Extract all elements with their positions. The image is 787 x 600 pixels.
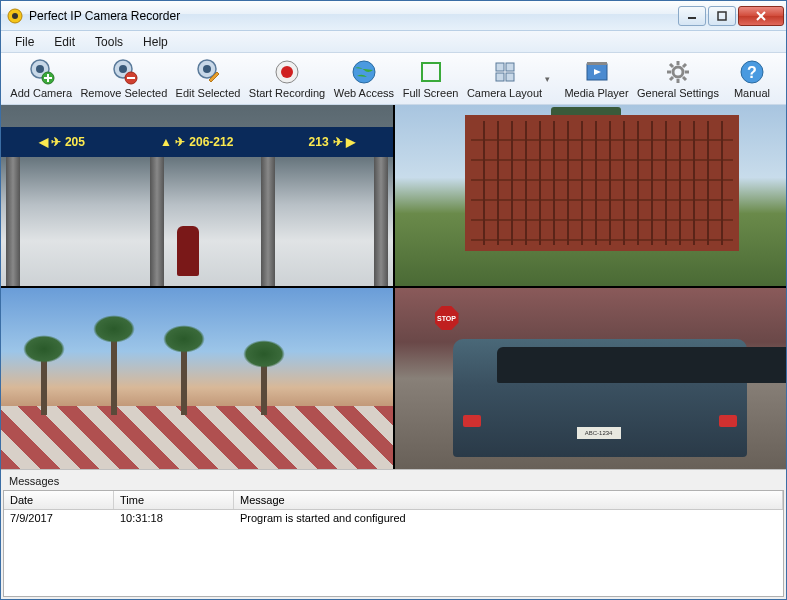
svg-point-12 — [119, 65, 127, 73]
record-icon — [273, 58, 301, 86]
camera-edit-icon — [194, 58, 222, 86]
col-header-message[interactable]: Message — [234, 491, 783, 509]
svg-line-33 — [670, 64, 673, 67]
msg-text: Program is started and configured — [234, 510, 783, 526]
camera-remove-icon — [110, 58, 138, 86]
full-screen-label: Full Screen — [403, 87, 459, 99]
web-access-label: Web Access — [334, 87, 394, 99]
license-plate: ABC-1234 — [577, 427, 621, 439]
titlebar: Perfect IP Camera Recorder — [1, 1, 786, 31]
camera-feed-2[interactable] — [395, 105, 787, 286]
svg-line-36 — [670, 77, 673, 80]
svg-line-34 — [683, 77, 686, 80]
remove-selected-label: Remove Selected — [80, 87, 167, 99]
stop-sign: STOP — [435, 306, 459, 330]
camera-add-icon — [27, 58, 55, 86]
menu-file[interactable]: File — [5, 33, 44, 51]
svg-rect-24 — [506, 73, 514, 81]
globe-icon — [350, 58, 378, 86]
menu-help[interactable]: Help — [133, 33, 178, 51]
remove-selected-button[interactable]: Remove Selected — [77, 56, 170, 101]
svg-point-16 — [203, 65, 211, 73]
menu-edit[interactable]: Edit — [44, 33, 85, 51]
svg-rect-22 — [506, 63, 514, 71]
messages-header: Date Time Message — [4, 491, 783, 510]
camera-grid: ◀ ✈ 205 ▲ ✈ 206-212 213 ✈ ▶ STOP ABC-123… — [1, 105, 786, 469]
close-button[interactable] — [738, 6, 784, 26]
edit-selected-button[interactable]: Edit Selected — [172, 56, 243, 101]
camera-layout-dropdown[interactable]: ▾ — [545, 74, 553, 84]
menubar: File Edit Tools Help — [1, 31, 786, 53]
start-recording-label: Start Recording — [249, 87, 325, 99]
svg-point-7 — [36, 65, 44, 73]
msg-time: 10:31:18 — [114, 510, 234, 526]
message-row[interactable]: 7/9/2017 10:31:18 Program is started and… — [4, 510, 783, 526]
camera-feed-4[interactable]: STOP ABC-1234 — [395, 288, 787, 469]
media-player-icon — [583, 58, 611, 86]
camera-layout-label: Camera Layout — [467, 87, 542, 99]
svg-point-18 — [281, 66, 293, 78]
svg-rect-3 — [718, 12, 726, 20]
minimize-button[interactable] — [678, 6, 706, 26]
svg-text:?: ? — [747, 64, 757, 81]
media-player-button[interactable]: Media Player — [561, 56, 632, 101]
general-settings-label: General Settings — [637, 87, 719, 99]
window-title: Perfect IP Camera Recorder — [29, 9, 678, 23]
svg-point-19 — [353, 61, 375, 83]
svg-rect-20 — [422, 63, 440, 81]
edit-selected-label: Edit Selected — [176, 87, 241, 99]
add-camera-button[interactable]: Add Camera — [7, 56, 75, 101]
airport-signs: ◀ ✈ 205 ▲ ✈ 206-212 213 ✈ ▶ — [1, 127, 393, 157]
help-icon: ? — [738, 58, 766, 86]
window-controls — [678, 6, 784, 26]
manual-label: Manual — [734, 87, 770, 99]
app-window: Perfect IP Camera Recorder File Edit Too… — [0, 0, 787, 600]
grid-icon — [491, 58, 519, 86]
fullscreen-icon — [417, 58, 445, 86]
svg-line-35 — [683, 64, 686, 67]
media-player-label: Media Player — [564, 87, 628, 99]
maximize-button[interactable] — [708, 6, 736, 26]
svg-rect-23 — [496, 73, 504, 81]
svg-point-28 — [673, 67, 683, 77]
gate-sign-205: 205 — [65, 135, 85, 149]
add-camera-label: Add Camera — [10, 87, 72, 99]
svg-rect-27 — [587, 62, 607, 65]
app-icon — [7, 8, 23, 24]
gate-sign-206-212: 206-212 — [189, 135, 233, 149]
messages-panel: Messages Date Time Message 7/9/2017 10:3… — [1, 469, 786, 599]
start-recording-button[interactable]: Start Recording — [246, 56, 329, 101]
camera-feed-1[interactable]: ◀ ✈ 205 ▲ ✈ 206-212 213 ✈ ▶ — [1, 105, 393, 286]
manual-button[interactable]: ? Manual — [724, 56, 780, 101]
full-screen-button[interactable]: Full Screen — [399, 56, 461, 101]
general-settings-button[interactable]: General Settings — [634, 56, 722, 101]
svg-rect-21 — [496, 63, 504, 71]
col-header-time[interactable]: Time — [114, 491, 234, 509]
menu-tools[interactable]: Tools — [85, 33, 133, 51]
msg-date: 7/9/2017 — [4, 510, 114, 526]
gear-icon — [664, 58, 692, 86]
gate-sign-213: 213 — [309, 135, 329, 149]
messages-label: Messages — [3, 472, 784, 490]
camera-feed-3[interactable] — [1, 288, 393, 469]
toolbar: Add Camera Remove Selected Edit Selected… — [1, 53, 786, 105]
camera-layout-button[interactable]: Camera Layout — [464, 56, 546, 101]
svg-point-1 — [12, 13, 18, 19]
web-access-button[interactable]: Web Access — [330, 56, 397, 101]
messages-table[interactable]: Date Time Message 7/9/2017 10:31:18 Prog… — [3, 490, 784, 597]
col-header-date[interactable]: Date — [4, 491, 114, 509]
